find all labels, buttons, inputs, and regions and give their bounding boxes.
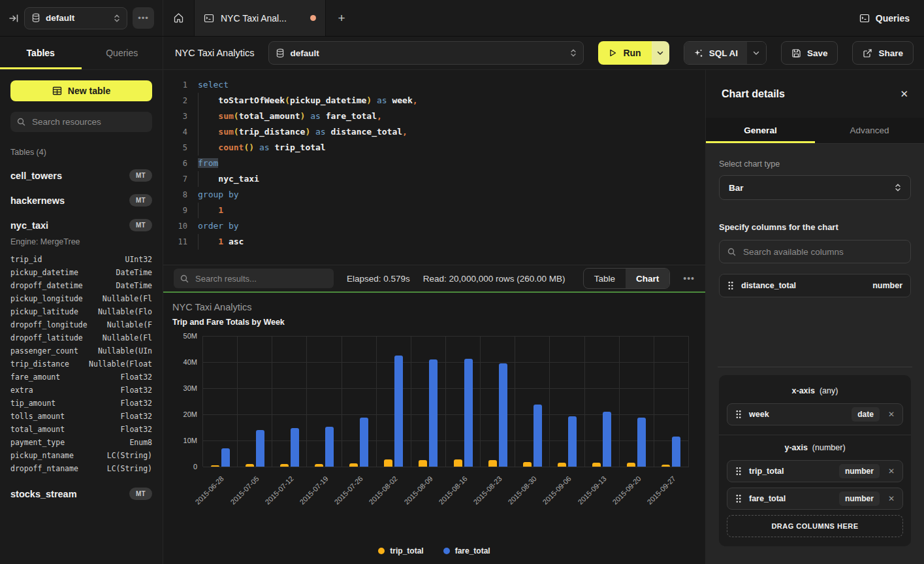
code-line: 7 nyc_taxi [163, 171, 705, 187]
table-row-stocks_stream[interactable]: stocks_streamMT [10, 488, 152, 500]
code-line: 1select [163, 77, 705, 93]
bar-trip_total[interactable] [488, 460, 497, 467]
save-button[interactable]: Save [781, 41, 838, 65]
search-results-box[interactable] [174, 269, 334, 288]
table-row-hackernews[interactable]: hackernewsMT [10, 194, 152, 207]
chart-type-label: Select chart type [719, 159, 911, 169]
column-name: trip_id [10, 253, 42, 266]
bar-fare_total[interactable] [637, 418, 646, 467]
bar-fare_total[interactable] [394, 356, 403, 467]
x-axis-tick: 2015-08-09 [402, 474, 434, 506]
column-chip-distance_total[interactable]: distance_totalnumber [719, 274, 911, 297]
y-axis-tick: 50M [183, 332, 197, 340]
bar-fare_total[interactable] [568, 416, 577, 467]
sidebar-tabs: TablesQueries [0, 37, 163, 69]
column-type: Nullable(UIn [98, 344, 152, 357]
remove-column-icon[interactable]: ✕ [888, 467, 895, 476]
column-type-badge: number [839, 464, 880, 478]
bar-fare_total[interactable] [464, 359, 473, 467]
view-toggle-chart[interactable]: Chart [626, 269, 669, 288]
sidebar-more-button[interactable]: ••• [133, 7, 154, 29]
search-columns-input[interactable] [742, 246, 902, 257]
search-resources-input[interactable] [31, 116, 146, 127]
chart-subtitle: Trip and Fare Totals by Week [172, 318, 698, 327]
column-name: pickup_ntaname [10, 449, 74, 462]
code-line: 4 sum(trip_distance) as distance_total, [163, 124, 705, 140]
axis-mapping-card: x-axis (any)weekdate✕y-axis (number)trip… [719, 375, 911, 546]
database-selector-value: default [46, 13, 108, 23]
bar-fare_total[interactable] [534, 405, 542, 467]
sidebar-tab-queries[interactable]: Queries [82, 37, 163, 69]
column-row: pickup_datetimeDateTime [10, 266, 152, 279]
run-options-caret[interactable] [652, 41, 669, 65]
topbar-left-section: default ••• [0, 0, 163, 36]
chart-details-tab-general[interactable]: General [706, 118, 815, 143]
database-selector[interactable]: default [24, 7, 127, 29]
drag-handle-icon[interactable] [735, 410, 742, 419]
column-chip-trip_total[interactable]: trip_totalnumber✕ [727, 460, 903, 482]
results-more-button[interactable]: ••• [683, 273, 695, 284]
remove-column-icon[interactable]: ✕ [888, 494, 895, 503]
drag-columns-dropzone[interactable]: DRAG COLUMNS HERE [727, 515, 903, 537]
legend-item-trip_total[interactable]: trip_total [378, 546, 423, 556]
search-results-input[interactable] [194, 273, 327, 284]
bar-trip_total[interactable] [523, 462, 532, 467]
search-resources-box[interactable] [10, 112, 152, 132]
bar-fare_total[interactable] [499, 363, 507, 467]
bar-fare_total[interactable] [256, 430, 264, 467]
drag-handle-icon[interactable] [735, 494, 742, 503]
table-row-nyc_taxi[interactable]: nyc_taxiMT [10, 219, 152, 231]
bar-trip_total[interactable] [384, 459, 392, 467]
bar-fare_total[interactable] [603, 412, 611, 467]
column-row: tolls_amountFloat32 [10, 410, 152, 423]
query-title: NYC Taxi Analytics [175, 48, 254, 58]
drag-handle-icon[interactable] [735, 467, 742, 476]
sql-ai-button[interactable]: SQL AI [684, 42, 747, 64]
search-columns-box[interactable] [719, 240, 911, 263]
bar-trip_total[interactable] [454, 459, 462, 467]
query-database-value: default [290, 48, 565, 58]
table-row-cell_towers[interactable]: cell_towersMT [10, 169, 152, 182]
chart-bar-group [272, 336, 307, 467]
collapse-sidebar-icon[interactable] [8, 13, 19, 24]
view-toggle-table[interactable]: Table [584, 269, 626, 288]
column-type: Nullable(Flo [98, 305, 152, 318]
bar-fare_total[interactable] [221, 448, 230, 467]
drag-handle-icon[interactable] [727, 281, 734, 290]
queries-button[interactable]: Queries [859, 13, 910, 24]
query-header: NYC Taxi Analytics default Run [163, 37, 924, 69]
column-type: Enum8 [129, 436, 152, 449]
bar-trip_total[interactable] [419, 460, 427, 467]
bar-fare_total[interactable] [429, 359, 438, 467]
column-chip-fare_total[interactable]: fare_totalnumber✕ [727, 488, 903, 510]
column-row: extraFloat32 [10, 384, 152, 397]
new-tab-button[interactable]: + [326, 0, 357, 36]
legend-item-fare_total[interactable]: fare_total [443, 546, 490, 556]
code-line: 11 1 asc [163, 234, 705, 250]
bar-fare_total[interactable] [672, 437, 680, 467]
sidebar-tab-tables[interactable]: Tables [0, 37, 82, 69]
bar-fare_total[interactable] [291, 428, 299, 467]
home-button[interactable] [163, 0, 194, 36]
close-icon[interactable]: ✕ [900, 88, 908, 100]
column-row: tip_amountFloat32 [10, 397, 152, 410]
chart-type-select[interactable]: Bar [719, 175, 911, 200]
column-chip-week[interactable]: weekdate✕ [727, 403, 903, 425]
sql-editor[interactable]: 1select2 toStartOfWeek(pickup_datetime) … [163, 70, 705, 265]
code-text: sum(total_amount) as fare_total, [198, 108, 705, 124]
column-row: dropoff_datetimeDateTime [10, 279, 152, 292]
table-name: cell_towers [10, 171, 62, 181]
new-table-button[interactable]: New table [10, 80, 152, 101]
query-database-selector[interactable]: default [268, 41, 584, 65]
share-button[interactable]: Share [852, 41, 914, 65]
column-type: LC(String) [107, 462, 152, 475]
chart-details-tab-advanced[interactable]: Advanced [815, 118, 924, 143]
run-button[interactable]: Run [598, 41, 651, 65]
remove-column-icon[interactable]: ✕ [888, 410, 895, 419]
bar-fare_total[interactable] [325, 427, 334, 467]
tab-title: NYC Taxi Anal... [221, 13, 304, 24]
sql-ai-caret[interactable] [747, 42, 766, 64]
tab-nyc-taxi-analytics[interactable]: NYC Taxi Anal... [194, 0, 326, 36]
column-row: trip_distanceNullable(Float [10, 357, 152, 371]
bar-fare_total[interactable] [360, 418, 368, 467]
